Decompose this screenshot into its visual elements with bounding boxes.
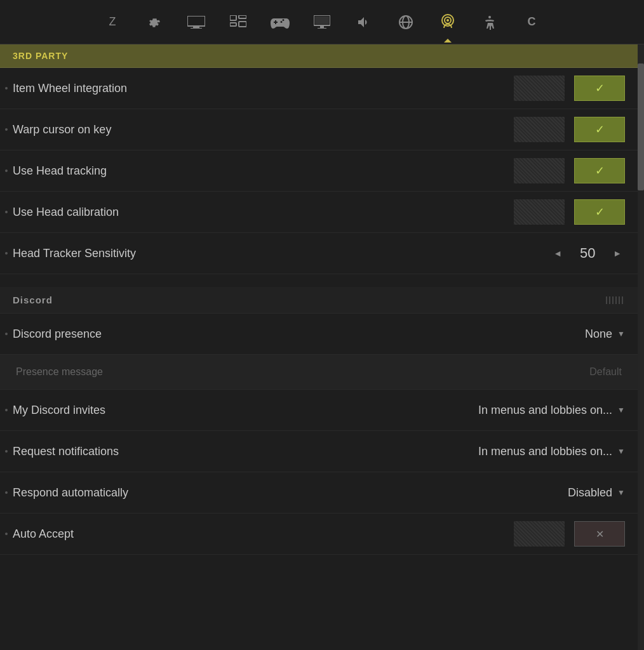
- presence-message-value: Default: [589, 366, 622, 378]
- svg-rect-8: [320, 25, 324, 28]
- item-wheel-integration-control: ✓: [514, 76, 625, 101]
- head-calibration-toggle[interactable]: ✓: [574, 199, 625, 225]
- z-nav-icon[interactable]: Z: [101, 11, 124, 34]
- my-discord-invites-text: In menus and lobbies on...: [478, 404, 612, 417]
- request-notifications-arrow: ▼: [617, 447, 625, 456]
- svg-rect-6: [239, 22, 246, 27]
- use-head-calibration-row: Use Head calibration ✓: [0, 192, 638, 233]
- presence-message-placeholder: Presence message: [16, 366, 589, 378]
- gamepad-icon: [271, 16, 290, 29]
- scrollbar-track[interactable]: [638, 44, 644, 650]
- discord-section-header: Discord: [0, 287, 638, 314]
- globe-nav-icon[interactable]: [394, 11, 417, 34]
- scrollbar-thumb[interactable]: [638, 63, 644, 190]
- respond-automatically-row: Respond automatically Disabled ▼: [0, 472, 638, 514]
- warp-cursor-control: ✓: [514, 117, 625, 142]
- settings-panel[interactable]: 3rd PARTY Item Wheel integration ✓ Warp …: [0, 44, 638, 650]
- svg-rect-4: [239, 15, 246, 18]
- network-icon: [230, 15, 246, 29]
- top-navigation: Z: [0, 0, 644, 44]
- svg-point-16: [488, 16, 491, 18]
- spacer-1: [0, 274, 638, 287]
- my-discord-invites-value[interactable]: In menus and lobbies on... ▼: [478, 404, 625, 417]
- svg-rect-3: [230, 15, 236, 20]
- c-nav-icon[interactable]: C: [520, 11, 543, 34]
- discord-presence-text: None: [585, 328, 612, 341]
- audio-icon: [356, 15, 372, 30]
- svg-rect-1: [193, 26, 199, 28]
- my-discord-invites-control: In menus and lobbies on... ▼: [478, 404, 625, 417]
- head-tracker-sensitivity-control: ◄ 50 ►: [550, 245, 625, 262]
- globe-icon: [398, 15, 413, 30]
- item-wheel-dotted-bg: [514, 76, 565, 101]
- svg-rect-5: [230, 23, 236, 26]
- display-nav-icon[interactable]: [185, 11, 208, 34]
- discord-presence-control: None ▼: [585, 328, 625, 341]
- discord-presence-label: Discord presence: [13, 328, 585, 341]
- respond-automatically-value[interactable]: Disabled ▼: [568, 486, 625, 500]
- svg-rect-2: [191, 28, 202, 29]
- svg-point-15: [446, 19, 449, 22]
- my-discord-invites-label: My Discord invites: [13, 404, 478, 417]
- warp-cursor-label: Warp cursor on key: [13, 123, 514, 136]
- head-tracking-toggle[interactable]: ✓: [574, 158, 625, 183]
- network-nav-icon[interactable]: [227, 11, 250, 34]
- request-notifications-row: Request notifications In menus and lobbi…: [0, 431, 638, 472]
- use-head-calibration-label: Use Head calibration: [13, 206, 514, 219]
- head-tracker-sensitivity-label: Head Tracker Sensitivity: [13, 247, 550, 260]
- warp-cursor-dotted-bg: [514, 117, 565, 142]
- sensitivity-increment-button[interactable]: ►: [610, 245, 625, 262]
- sensitivity-value: 50: [575, 245, 600, 262]
- auto-accept-control: ✕: [514, 521, 625, 547]
- head-tracking-dotted-bg: [514, 158, 565, 183]
- discord-label: Discord: [13, 295, 53, 305]
- use-head-calibration-control: ✓: [514, 199, 625, 225]
- respond-automatically-text: Disabled: [568, 486, 612, 500]
- gear-nav-icon[interactable]: [143, 11, 166, 34]
- accessibility-icon: [482, 15, 497, 30]
- discord-presence-value[interactable]: None ▼: [585, 328, 625, 341]
- accessibility-nav-icon[interactable]: [478, 11, 501, 34]
- monitor-icon: [314, 15, 330, 29]
- presence-message-row: Presence message Default: [0, 355, 638, 390]
- head-tracker-sensitivity-row: Head Tracker Sensitivity ◄ 50 ►: [0, 233, 638, 274]
- use-head-tracking-label: Use Head tracking: [13, 164, 514, 178]
- audio-nav-icon[interactable]: [352, 11, 375, 34]
- main-content: 3rd PARTY Item Wheel integration ✓ Warp …: [0, 44, 644, 650]
- display-icon: [187, 16, 205, 29]
- my-discord-invites-row: My Discord invites In menus and lobbies …: [0, 390, 638, 431]
- use-head-tracking-row: Use Head tracking ✓: [0, 150, 638, 192]
- head-calibration-dotted-bg: [514, 199, 565, 225]
- discord-presence-arrow: ▼: [617, 329, 625, 338]
- z-icon-symbol: Z: [109, 15, 116, 29]
- use-head-tracking-control: ✓: [514, 158, 625, 183]
- auto-accept-toggle[interactable]: ✕: [574, 521, 625, 547]
- discord-presence-row: Discord presence None ▼: [0, 314, 638, 355]
- request-notifications-value[interactable]: In menus and lobbies on... ▼: [478, 445, 625, 458]
- party-nav-icon[interactable]: [436, 11, 459, 34]
- respond-automatically-arrow: ▼: [617, 488, 625, 497]
- auto-accept-dotted-bg: [514, 521, 565, 547]
- item-wheel-toggle[interactable]: ✓: [574, 76, 625, 101]
- monitor-nav-icon[interactable]: [311, 11, 333, 34]
- warp-cursor-row: Warp cursor on key ✓: [0, 109, 638, 150]
- request-notifications-text: In menus and lobbies on...: [478, 445, 612, 458]
- auto-accept-row: Auto Accept ✕: [0, 514, 638, 555]
- respond-automatically-label: Respond automatically: [13, 486, 568, 500]
- my-discord-invites-arrow: ▼: [617, 406, 625, 415]
- sensitivity-decrement-button[interactable]: ◄: [550, 245, 565, 262]
- gear-icon: [147, 15, 162, 30]
- gamepad-nav-icon[interactable]: [269, 11, 292, 34]
- c-icon-symbol: C: [528, 15, 536, 29]
- auto-accept-label: Auto Accept: [13, 527, 514, 541]
- respond-automatically-control: Disabled ▼: [568, 486, 625, 500]
- party-icon: [439, 14, 456, 30]
- svg-rect-9: [318, 28, 326, 29]
- item-wheel-integration-row: Item Wheel integration ✓: [0, 68, 638, 109]
- third-party-label: 3rd PARTY: [13, 51, 68, 61]
- item-wheel-integration-label: Item Wheel integration: [13, 82, 514, 95]
- request-notifications-label: Request notifications: [13, 445, 478, 458]
- warp-cursor-toggle[interactable]: ✓: [574, 117, 625, 142]
- third-party-section-header: 3rd PARTY: [0, 44, 638, 68]
- request-notifications-control: In menus and lobbies on... ▼: [478, 445, 625, 458]
